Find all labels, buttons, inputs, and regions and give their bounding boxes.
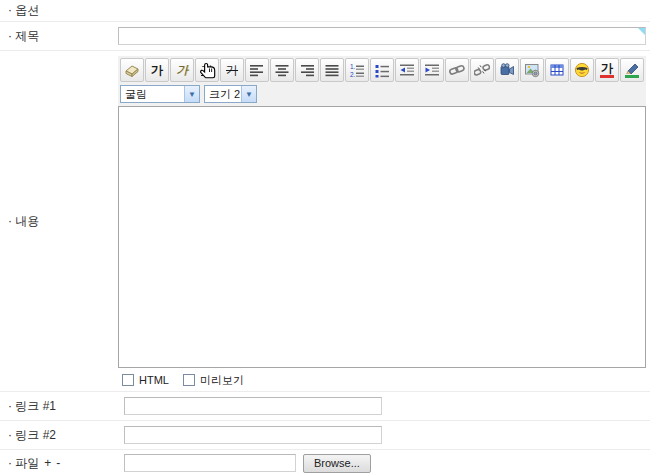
emoticon-icon	[574, 62, 590, 78]
editor-select-bar: 굴림 ▼ 크기 2 ▼	[118, 84, 646, 106]
option-field	[118, 0, 650, 21]
post-editor-form: · 옵션 · 제목 · 내용	[0, 0, 650, 476]
emoticon-button[interactable]	[570, 58, 594, 82]
checkbox-icon[interactable]	[183, 374, 195, 386]
preview-mode-label: 미리보기	[200, 373, 244, 388]
bold-glyph: 가	[151, 64, 163, 76]
remove-format-button[interactable]	[120, 58, 144, 82]
eraser-icon	[124, 62, 140, 78]
browse-button[interactable]: Browse...	[303, 454, 371, 473]
option-label: · 옵션	[0, 0, 118, 21]
font-size-value: 크기 2	[205, 87, 241, 102]
font-family-select[interactable]: 굴림 ▼	[120, 85, 200, 103]
align-right-button[interactable]	[295, 58, 319, 82]
outdent-icon	[399, 62, 415, 78]
outdent-button[interactable]	[395, 58, 419, 82]
unlink-button[interactable]	[470, 58, 494, 82]
row-link2: · 링크 #2	[0, 421, 650, 450]
font-family-value: 굴림	[121, 87, 184, 102]
ordered-list-icon: 1. 2.	[349, 62, 365, 78]
html-mode-checkbox[interactable]: HTML	[122, 374, 169, 386]
align-left-icon	[249, 62, 265, 78]
link-icon	[449, 62, 465, 78]
strikethrough-glyph: 가	[226, 64, 238, 76]
svg-text:1.: 1.	[350, 63, 356, 70]
font-color-bar	[600, 75, 614, 78]
editor-content-area[interactable]	[118, 106, 646, 368]
file-remove-button[interactable]: -	[56, 456, 60, 470]
html-mode-label: HTML	[139, 374, 169, 386]
row-link1: · 링크 #1	[0, 392, 650, 421]
ordered-list-button[interactable]: 1. 2.	[345, 58, 369, 82]
image-button[interactable]	[520, 58, 544, 82]
link1-label: · 링크 #1	[0, 392, 118, 420]
chevron-down-icon: ▼	[241, 86, 256, 102]
underline-button[interactable]: 가	[195, 58, 219, 82]
file-add-button[interactable]: +	[44, 456, 51, 470]
link2-input[interactable]	[124, 426, 382, 444]
media-icon	[499, 62, 515, 78]
tooltip-corner-marker	[638, 28, 645, 35]
align-justify-icon	[324, 62, 340, 78]
font-color-glyph: 가	[601, 62, 613, 74]
align-center-button[interactable]	[270, 58, 294, 82]
editor-toolbar: 가 가 가 가	[118, 56, 646, 84]
font-size-select[interactable]: 크기 2 ▼	[204, 85, 257, 103]
file-path-input[interactable]	[124, 454, 296, 472]
indent-icon	[424, 62, 440, 78]
chevron-down-icon: ▼	[184, 86, 199, 102]
pencil-icon	[625, 63, 639, 74]
align-left-button[interactable]	[245, 58, 269, 82]
highlight-button[interactable]	[620, 58, 644, 82]
link-button[interactable]	[445, 58, 469, 82]
media-button[interactable]	[495, 58, 519, 82]
title-input[interactable]	[118, 27, 646, 45]
link2-label: · 링크 #2	[0, 421, 118, 449]
title-input-wrap	[118, 27, 646, 45]
row-title: · 제목	[0, 22, 650, 51]
rich-text-editor: 가 가 가 가	[118, 56, 646, 392]
file-label: · 파일 + -	[0, 450, 118, 476]
strikethrough-button[interactable]: 가	[220, 58, 244, 82]
preview-mode-checkbox[interactable]: 미리보기	[183, 373, 244, 388]
italic-glyph: 가	[176, 64, 188, 76]
svg-text:2.: 2.	[350, 71, 356, 78]
italic-button[interactable]: 가	[170, 58, 194, 82]
table-button[interactable]	[545, 58, 569, 82]
font-color-button[interactable]: 가	[595, 58, 619, 82]
checkbox-icon[interactable]	[122, 374, 134, 386]
editor-mode-checkboxes: HTML 미리보기	[118, 368, 646, 392]
row-content: · 내용 가 가	[0, 51, 650, 392]
link1-input[interactable]	[124, 397, 382, 415]
indent-button[interactable]	[420, 58, 444, 82]
unordered-list-icon	[374, 62, 390, 78]
align-right-icon	[299, 62, 315, 78]
align-center-icon	[274, 62, 290, 78]
row-option: · 옵션	[0, 0, 650, 22]
align-justify-button[interactable]	[320, 58, 344, 82]
bold-button[interactable]: 가	[145, 58, 169, 82]
image-icon	[524, 62, 540, 78]
row-file: · 파일 + - Browse...	[0, 450, 650, 476]
content-label: · 내용	[0, 51, 118, 392]
table-icon	[549, 62, 565, 78]
file-label-text: · 파일	[8, 455, 39, 472]
underline-glyph: 가	[201, 64, 213, 76]
title-label: · 제목	[0, 22, 118, 50]
unlink-icon	[474, 62, 490, 78]
unordered-list-button[interactable]	[370, 58, 394, 82]
highlight-color-bar	[625, 75, 639, 78]
